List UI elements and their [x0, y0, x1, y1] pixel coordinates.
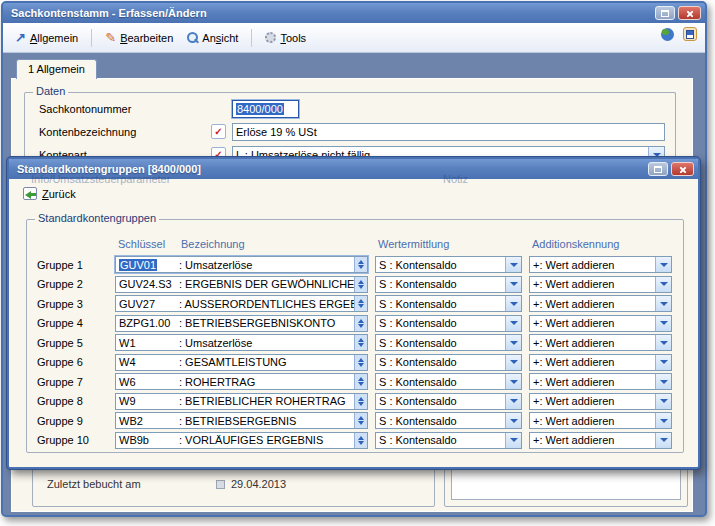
additionskennung-select[interactable]: +: Wert addieren: [529, 315, 672, 332]
chevron-down-icon[interactable]: [505, 296, 521, 311]
wertermittlung-select[interactable]: S : Kontensaldo: [375, 276, 522, 293]
chevron-down-icon[interactable]: [655, 374, 671, 389]
kontenbezeichnung-label: Kontenbezeichnung: [39, 126, 136, 138]
table-row: Gruppe 5 W1 : Umsatzerlöse S : Kontensal…: [37, 334, 683, 351]
menu-tools-label: Tools: [280, 32, 306, 44]
save-icon[interactable]: [683, 27, 697, 41]
chevron-down-icon[interactable]: [655, 355, 671, 370]
back-arrow-icon: [23, 187, 37, 200]
menu-allgemein-label: Allgemein: [30, 32, 78, 44]
kontenbezeichnung-input[interactable]: Erlöse 19 % USt: [232, 123, 665, 141]
chevron-down-icon[interactable]: [505, 413, 521, 428]
table-row: Gruppe 2 GUV24.S3 : ERGEBNIS DER GEWÖHNL…: [37, 276, 683, 293]
table-row: Gruppe 9 WB2 : BETRIEBSERGEBNIS S : Kont…: [37, 412, 683, 429]
key-input[interactable]: W4 : GESAMTLEISTUNG: [115, 354, 368, 371]
key-input[interactable]: W9 : BETRIEBLICHER ROHERTRAG: [115, 393, 368, 410]
wertermittlung-select[interactable]: S : Kontensaldo: [375, 373, 522, 390]
close-button[interactable]: [678, 6, 701, 20]
red-check-icon[interactable]: ✓: [211, 124, 226, 139]
back-button[interactable]: Zurück: [19, 185, 80, 202]
lookup-spinner-button[interactable]: [354, 355, 367, 370]
menu-tools[interactable]: Tools: [261, 30, 310, 46]
main-toolbar: ↗ Allgemein ✎ Bearbeiten Ansicht Tools: [3, 23, 705, 53]
menu-allgemein[interactable]: ↗ Allgemein: [11, 30, 82, 46]
key-input[interactable]: GUV27 : AUSSERORDENTLICHES ERGEBNIS: [115, 295, 368, 312]
lookup-spinner-button[interactable]: [354, 374, 367, 389]
maximize-icon: [654, 166, 662, 173]
chevron-down-icon[interactable]: [655, 257, 671, 272]
key-input[interactable]: GUV01 : Umsatzerlöse: [115, 256, 368, 273]
wertermittlung-select[interactable]: S : Kontensaldo: [375, 354, 522, 371]
additionskennung-select[interactable]: +: Wert addieren: [529, 354, 672, 371]
additionskennung-select[interactable]: +: Wert addieren: [529, 256, 672, 273]
back-button-label: Zurück: [42, 188, 76, 200]
additionskennung-select[interactable]: +: Wert addieren: [529, 295, 672, 312]
ghost-notiz-label: Notiz: [443, 173, 468, 185]
wertermittlung-select[interactable]: S : Kontensaldo: [375, 334, 522, 351]
dialog-maximize-button[interactable]: [648, 162, 668, 176]
table-row: Gruppe 7 W6 : ROHERTRAG S : Kontensaldo …: [37, 373, 683, 390]
sachkontonummer-input[interactable]: 8400/000: [232, 100, 299, 118]
table-row: Gruppe 8 W9 : BETRIEBLICHER ROHERTRAG S …: [37, 393, 683, 410]
additionskennung-select[interactable]: +: Wert addieren: [529, 334, 672, 351]
menu-bearbeiten-label: Bearbeiten: [120, 32, 173, 44]
chevron-down-icon[interactable]: [505, 394, 521, 409]
lookup-spinner-button[interactable]: [354, 413, 367, 428]
additionskennung-select[interactable]: +: Wert addieren: [529, 276, 672, 293]
lookup-spinner-button[interactable]: [354, 335, 367, 350]
screenshot-stage: Sachkontenstamm - Erfassen/Ändern ↗ Allg…: [0, 0, 715, 526]
header-bezeichnung: Bezeichnung: [181, 238, 245, 250]
chevron-down-icon[interactable]: [655, 413, 671, 428]
chevron-down-icon[interactable]: [505, 257, 521, 272]
standardkontengruppen-group-label: Standardkontengruppen: [35, 212, 159, 224]
tab-allgemein[interactable]: 1 Allgemein: [16, 59, 97, 79]
menu-ansicht-label: Ansicht: [202, 32, 238, 44]
additionskennung-select[interactable]: +: Wert addieren: [529, 432, 672, 449]
additionskennung-select[interactable]: +: Wert addieren: [529, 412, 672, 429]
header-schluessel: Schlüssel: [118, 238, 165, 250]
chevron-down-icon[interactable]: [505, 433, 521, 448]
menu-ansicht[interactable]: Ansicht: [183, 30, 242, 46]
wertermittlung-select[interactable]: S : Kontensaldo: [375, 295, 522, 312]
lookup-spinner-button[interactable]: [354, 257, 367, 272]
menu-bearbeiten[interactable]: ✎ Bearbeiten: [101, 30, 177, 46]
additionskennung-select[interactable]: +: Wert addieren: [529, 373, 672, 390]
edit-pencil-icon: ✎: [105, 32, 116, 44]
key-input[interactable]: GUV24.S3 : ERGEBNIS DER GEWÖHNLICHEN GES: [115, 276, 368, 293]
dialog-close-button[interactable]: [671, 162, 694, 176]
chevron-down-icon[interactable]: [655, 316, 671, 331]
lookup-spinner-button[interactable]: [354, 394, 367, 409]
chevron-down-icon[interactable]: [655, 433, 671, 448]
table-row: Gruppe 6 W4 : GESAMTLEISTUNG S : Kontens…: [37, 354, 683, 371]
globe-icon[interactable]: [661, 28, 674, 41]
key-input[interactable]: BZPG1.00 : BETRIEBSERGEBNISKONTO: [115, 315, 368, 332]
chevron-down-icon[interactable]: [655, 335, 671, 350]
chevron-down-icon[interactable]: [655, 296, 671, 311]
wertermittlung-select[interactable]: S : Kontensaldo: [375, 256, 522, 273]
additionskennung-select[interactable]: +: Wert addieren: [529, 393, 672, 410]
wertermittlung-select[interactable]: S : Kontensaldo: [375, 315, 522, 332]
chevron-down-icon[interactable]: [505, 355, 521, 370]
lookup-spinner-button[interactable]: [354, 316, 367, 331]
chevron-down-icon[interactable]: [505, 374, 521, 389]
lookup-spinner-button[interactable]: [354, 277, 367, 292]
wertermittlung-select[interactable]: S : Kontensaldo: [375, 393, 522, 410]
maximize-button[interactable]: [655, 6, 675, 20]
toolbar-separator: [91, 29, 92, 47]
chevron-down-icon[interactable]: [505, 335, 521, 350]
chevron-down-icon[interactable]: [655, 277, 671, 292]
lookup-spinner-button[interactable]: [354, 296, 367, 311]
key-input[interactable]: W1 : Umsatzerlöse: [115, 334, 368, 351]
main-titlebar[interactable]: Sachkontenstamm - Erfassen/Ändern: [3, 3, 705, 23]
chevron-down-icon[interactable]: [505, 277, 521, 292]
key-input[interactable]: WB2 : BETRIEBSERGEBNIS: [115, 412, 368, 429]
standardkontengruppen-groupbox: Standardkontengruppen Schlüssel Bezeichn…: [26, 219, 684, 453]
chevron-down-icon[interactable]: [505, 316, 521, 331]
chevron-down-icon[interactable]: [655, 394, 671, 409]
wertermittlung-select[interactable]: S : Kontensaldo: [375, 432, 522, 449]
lookup-spinner-button[interactable]: [354, 433, 367, 448]
wertermittlung-select[interactable]: S : Kontensaldo: [375, 412, 522, 429]
ghost-info-umsatzsteuer-label: Info/Umsatzsteuerparameter: [31, 173, 170, 185]
key-input[interactable]: W6 : ROHERTRAG: [115, 373, 368, 390]
key-input[interactable]: WB9b : VORLÄUFIGES ERGEBNIS: [115, 432, 368, 449]
